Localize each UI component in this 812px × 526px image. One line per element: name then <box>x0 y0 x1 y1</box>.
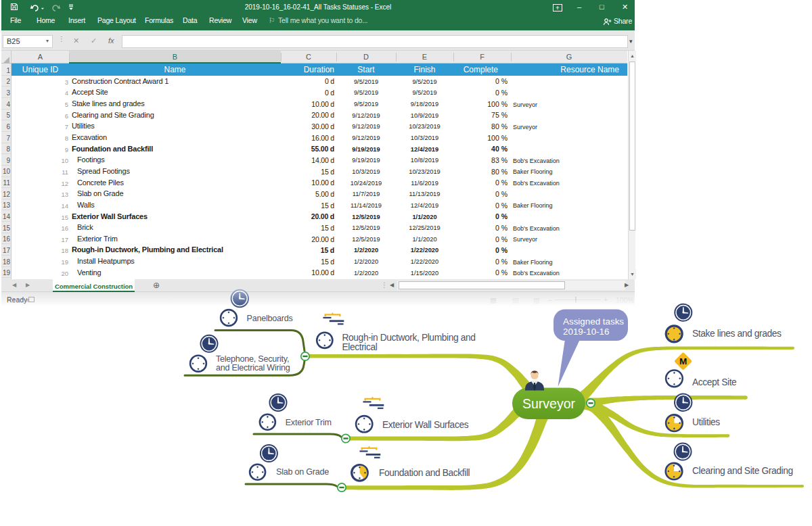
svg-text:Utilities: Utilities <box>692 417 720 427</box>
svg-text:Slab on Grade: Slab on Grade <box>276 467 329 477</box>
svg-text:Clearing and Site Grading: Clearing and Site Grading <box>692 466 793 476</box>
svg-text:2019-10-16: 2019-10-16 <box>563 327 610 337</box>
svg-text:Assigned tasks: Assigned tasks <box>563 316 624 327</box>
svg-text:Surveyor: Surveyor <box>522 396 576 411</box>
svg-text:Foundation and Backfill: Foundation and Backfill <box>379 468 470 478</box>
svg-text:Telephone, Security,: Telephone, Security, <box>216 354 289 364</box>
svg-text:Accept Site: Accept Site <box>692 377 737 387</box>
svg-text:Electrical: Electrical <box>342 342 378 352</box>
svg-text:Panelboards: Panelboards <box>247 314 293 323</box>
svg-text:and Electrical Wiring: and Electrical Wiring <box>216 363 290 373</box>
svg-text:Rough-in Ductwork, Plumbing an: Rough-in Ductwork, Plumbing and <box>342 333 476 343</box>
svg-text:Exterior Trim: Exterior Trim <box>286 418 332 427</box>
svg-text:Stake lines and grades: Stake lines and grades <box>692 329 782 339</box>
svg-text:M: M <box>679 356 687 366</box>
svg-text:Exterior Wall Surfaces: Exterior Wall Surfaces <box>382 420 469 430</box>
